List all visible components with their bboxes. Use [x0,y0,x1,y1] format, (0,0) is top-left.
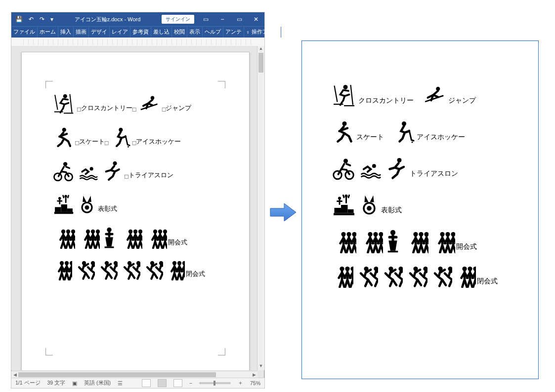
document-page[interactable]: □ クロスカントリー □ □ ジャンプ □ スケート □ [21,52,250,370]
label-jump: ジャンプ [166,104,191,115]
label-jump: ジャンプ [448,96,476,107]
podium-icon [331,193,357,217]
dancing-people-icon [428,266,452,288]
crowd-icon [357,232,383,253]
svg-marker-22 [270,203,296,221]
crowd-icon [51,229,75,249]
medal-icon [77,194,97,215]
label-triathlon: トライアスロン [410,169,458,180]
cycling-icon [51,160,75,182]
speed-skate-icon [51,126,74,148]
maximize-button[interactable]: ▭ [231,12,248,26]
minimize-button[interactable]: − [214,12,231,26]
tab-layout[interactable]: レイア [110,27,130,38]
tab-design[interactable]: デザイ [89,27,110,38]
content-row: スケート アイスホッケー [331,120,518,144]
tab-mailings[interactable]: 差し込 [151,27,172,38]
accessibility-icon[interactable]: ☰ [118,380,123,386]
page-content: □ クロスカントリー □ □ ジャンプ □ スケート □ [51,93,224,292]
crowd-icon [51,261,72,280]
tab-view[interactable]: 表示 [187,27,203,38]
horizontal-scrollbar[interactable]: ◀ ▶ [11,371,257,378]
close-button[interactable]: ✕ [248,12,264,26]
crowd-icon [331,232,356,253]
ribbon-display-options-icon[interactable]: ▭ [197,12,214,26]
scroll-left-arrow-icon[interactable]: ◀ [11,371,18,378]
crop-mark-icon [218,348,225,355]
scroll-up-arrow-icon[interactable]: ▲ [257,46,264,53]
view-read-mode-icon[interactable] [142,379,151,387]
ski-jump-icon [421,85,447,107]
vertical-scrollbar[interactable]: ▲ ▼ [257,46,264,370]
language-indicator-icon: ▣ [72,380,77,386]
label-skate: スケート [356,133,384,144]
label-cross-country: クロスカントリー [358,96,414,107]
quick-access-toolbar: 💾 ↶ ↷ ▾ [11,16,53,23]
label-skate: スケート [79,137,105,148]
result-page-content: クロスカントリー ジャンプ スケート アイスホッケー [331,83,518,301]
share-button[interactable]: ⇪ 共有 [281,27,302,38]
zoom-in-button[interactable]: ＋ [238,380,243,387]
content-row: □ トライアスロン [51,160,224,182]
label-triathlon: トライアスロン [128,171,173,182]
signin-button[interactable]: サインイン [162,15,194,24]
content-row: □ スケート □ □ アイスホッケー [51,126,224,148]
share-icon: ⇪ [283,29,288,35]
undo-icon[interactable]: ↶ [29,16,34,23]
content-row: □ クロスカントリー □ □ ジャンプ [51,93,224,115]
status-word-count[interactable]: 39 文字 [47,380,66,387]
tab-home[interactable]: ホーム [38,27,58,38]
zoom-slider[interactable] [199,382,231,384]
ice-hockey-icon [391,120,416,144]
cycling-icon [331,157,356,180]
tofu-placeholder: □ [132,105,136,115]
content-row: トライアスロン [331,157,518,180]
dancing-people-icon [119,261,140,280]
zoom-level[interactable]: 75% [250,380,260,386]
save-icon[interactable]: 💾 [15,16,23,23]
document-surface[interactable]: □ クロスカントリー □ □ ジャンプ □ スケート □ [11,46,257,370]
crowd-icon [76,229,100,249]
dancing-people-icon [141,261,163,280]
tab-insert[interactable]: 挿入 [58,27,74,38]
label-award: 表彰式 [381,206,402,217]
cross-country-ski-icon [331,83,357,107]
content-row: 表彰式 [331,193,518,217]
window-title: アイコン五輪z.docx - Word [53,16,162,23]
tab-help[interactable]: ヘルプ [203,27,223,38]
scroll-down-arrow-icon[interactable]: ▼ [257,363,264,370]
status-language[interactable]: 英語 (米国) [84,380,111,387]
lightbulb-icon: ♀ [246,29,250,35]
ice-hockey-icon [109,126,131,148]
tell-me[interactable]: ♀ 操作アシス [244,27,281,38]
status-page[interactable]: 1/1 ページ [15,380,41,387]
tab-references[interactable]: 参考資 [130,27,151,38]
tofu-placeholder: □ [77,105,81,115]
tab-review[interactable]: 校閲 [172,27,187,38]
tofu-placeholder: □ [105,139,109,148]
label-closing: 閉会式 [477,277,498,288]
view-web-layout-icon[interactable] [173,379,182,387]
tab-antenna[interactable]: アンテ [223,27,244,38]
status-bar: 1/1 ページ 39 文字 ▣ 英語 (米国) ☰ − ＋ 75% [11,378,264,388]
tab-draw[interactable]: 描画 [74,27,89,38]
view-print-layout-icon[interactable] [158,379,167,387]
content-row: 閉会式 [331,266,518,288]
scroll-thumb[interactable] [18,372,216,377]
speaker-podium-icon [101,227,118,249]
scroll-right-arrow-icon[interactable]: ▶ [251,371,257,378]
dancing-people-icon [354,266,378,288]
tell-me-label: 操作アシス [252,29,279,36]
tofu-placeholder: □ [125,172,128,182]
scroll-thumb[interactable] [258,53,263,73]
crowd-icon [453,266,476,288]
tab-file[interactable]: ファイル [11,27,38,38]
ribbon-tabs: ファイル ホーム 挿入 描画 デザイ レイア 参考資 差し込 校閲 表示 ヘルプ… [11,26,264,38]
label-award: 表彰式 [98,204,117,215]
label-opening: 開会式 [168,238,187,249]
tofu-placeholder: □ [132,139,136,148]
crowd-icon [119,229,142,249]
zoom-out-button[interactable]: − [189,380,192,386]
redo-icon[interactable]: ↷ [40,16,44,23]
medal-icon [358,193,380,217]
